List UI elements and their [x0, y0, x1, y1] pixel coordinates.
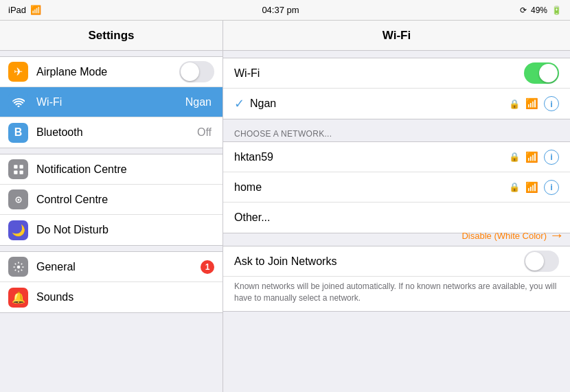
current-network-row[interactable]: ✓ Ngan 🔒 📶 i: [223, 89, 570, 119]
bluetooth-value: Off: [197, 126, 212, 139]
svg-rect-0: [14, 165, 17, 168]
annotation: Disable (White Color) →: [461, 227, 565, 244]
settings-group-system: Notification Centre Control Centre 🌙 Do …: [0, 154, 223, 246]
bluetooth-label: Bluetooth: [36, 126, 197, 139]
network-name-other: Other...: [234, 211, 559, 224]
ask-join-row[interactable]: Ask to Join Networks: [223, 246, 570, 277]
svg-rect-3: [19, 170, 23, 174]
network-row-hktan59[interactable]: hktan59 🔒 📶 i: [223, 142, 570, 172]
settings-item-sounds[interactable]: 🔔 Sounds: [0, 282, 223, 312]
notification-label: Notification Centre: [36, 163, 214, 176]
bluetooth-icon: B: [8, 123, 28, 143]
control-label: Control Centre: [36, 194, 214, 206]
wifi-status-icon: 📶: [30, 5, 41, 15]
sounds-icon: 🔔: [8, 288, 28, 308]
ask-join-toggle[interactable]: [524, 251, 559, 272]
control-icon: [8, 189, 28, 209]
notification-icon: [8, 159, 28, 179]
settings-item-notification[interactable]: Notification Centre: [0, 154, 223, 185]
battery-percent: 49%: [531, 5, 547, 15]
sounds-label: Sounds: [36, 291, 214, 303]
hktan59-icons: 🔒 📶 i: [509, 150, 559, 165]
wifi-icon: [8, 92, 28, 112]
device-label: iPad: [8, 5, 26, 15]
left-panel-title: Settings: [0, 21, 223, 51]
lock-icon-hktan59: 🔒: [509, 152, 520, 162]
ask-join-help: Known networks will be joined automatica…: [223, 277, 570, 311]
lock-icon: 🔒: [509, 99, 520, 109]
svg-rect-2: [14, 170, 17, 174]
rotation-icon: ⟳: [520, 5, 527, 15]
status-bar: iPad 📶 04:37 pm ⟳ 49% 🔋: [0, 0, 570, 21]
wifi-signal-icon: 📶: [525, 97, 538, 110]
general-label: General: [36, 261, 201, 273]
checkmark-icon: ✓: [234, 96, 244, 111]
settings-item-airplane[interactable]: ✈ Airplane Mode: [0, 57, 223, 87]
network-name-home: home: [234, 181, 509, 194]
general-badge: 1: [201, 260, 214, 274]
settings-item-wifi[interactable]: Wi-Fi Ngan: [0, 87, 223, 117]
settings-item-general[interactable]: General 1: [0, 252, 223, 282]
wifi-toggle-section: Wi-Fi ✓ Ngan 🔒 📶 i: [223, 58, 570, 119]
current-network-icons: 🔒 📶 i: [509, 96, 559, 111]
wifi-main-toggle[interactable]: [524, 62, 559, 84]
current-network-info-btn[interactable]: i: [544, 96, 559, 111]
hktan59-info-btn[interactable]: i: [544, 150, 559, 165]
settings-group-device: General 1 🔔 Sounds: [0, 251, 223, 313]
ask-join-label: Ask to Join Networks: [234, 255, 524, 268]
toggle-knob: [181, 62, 199, 81]
network-list: hktan59 🔒 📶 i home 🔒 📶 i: [223, 141, 570, 233]
dnd-label: Do Not Disturb: [36, 224, 214, 236]
network-name-hktan59: hktan59: [234, 151, 509, 163]
svg-point-5: [17, 198, 19, 200]
dnd-icon: 🌙: [8, 220, 28, 240]
home-icons: 🔒 📶 i: [509, 180, 559, 195]
choose-network-header: CHOOSE A NETWORK...: [223, 125, 570, 141]
left-panel: Settings ✈ Airplane Mode Wi-Fi Ngan: [0, 21, 223, 392]
general-icon: [8, 257, 28, 277]
ask-join-toggle-knob: [525, 252, 544, 270]
ask-join-section: Ask to Join Networks Known networks will…: [223, 246, 570, 312]
wifi-content: Wi-Fi ✓ Ngan 🔒 📶 i CHOOSE A: [223, 51, 570, 324]
wifi-toggle-knob: [539, 64, 558, 82]
status-time: 04:37 pm: [262, 5, 299, 15]
wifi-label: Wi-Fi: [36, 96, 185, 108]
wifi-value: Ngan: [185, 96, 212, 108]
annotation-text: Disable (White Color): [461, 231, 547, 241]
airplane-icon: ✈: [8, 62, 28, 82]
svg-point-6: [16, 265, 20, 268]
battery-icon: 🔋: [551, 5, 562, 15]
lock-icon-home: 🔒: [509, 182, 520, 192]
wifi-toggle-row[interactable]: Wi-Fi: [223, 58, 570, 89]
status-right: ⟳ 49% 🔋: [520, 5, 562, 15]
wifi-toggle-label: Wi-Fi: [234, 67, 524, 80]
main-layout: Settings ✈ Airplane Mode Wi-Fi Ngan: [0, 21, 570, 392]
airplane-toggle[interactable]: [179, 61, 214, 82]
settings-group-connectivity: ✈ Airplane Mode Wi-Fi Ngan B Bluetooth O…: [0, 56, 223, 148]
right-panel: Wi-Fi Wi-Fi ✓ Ngan 🔒 📶 i: [223, 21, 570, 392]
wifi-signal-home: 📶: [525, 181, 538, 194]
ask-to-join-wrapper: Disable (White Color) → Ask to Join Netw…: [223, 246, 570, 312]
arrow-icon: →: [549, 227, 565, 244]
settings-item-bluetooth[interactable]: B Bluetooth Off: [0, 117, 223, 148]
status-left: iPad 📶: [8, 5, 41, 15]
svg-rect-1: [19, 165, 23, 168]
right-panel-title: Wi-Fi: [223, 21, 570, 51]
wifi-signal-hktan59: 📶: [525, 151, 538, 163]
home-info-btn[interactable]: i: [544, 180, 559, 195]
choose-network-section: CHOOSE A NETWORK... hktan59 🔒 📶 i home: [223, 125, 570, 233]
settings-item-dnd[interactable]: 🌙 Do Not Disturb: [0, 215, 223, 245]
current-network-name: Ngan: [250, 97, 509, 110]
settings-item-control[interactable]: Control Centre: [0, 185, 223, 215]
airplane-label: Airplane Mode: [36, 66, 179, 78]
network-row-home[interactable]: home 🔒 📶 i: [223, 172, 570, 203]
